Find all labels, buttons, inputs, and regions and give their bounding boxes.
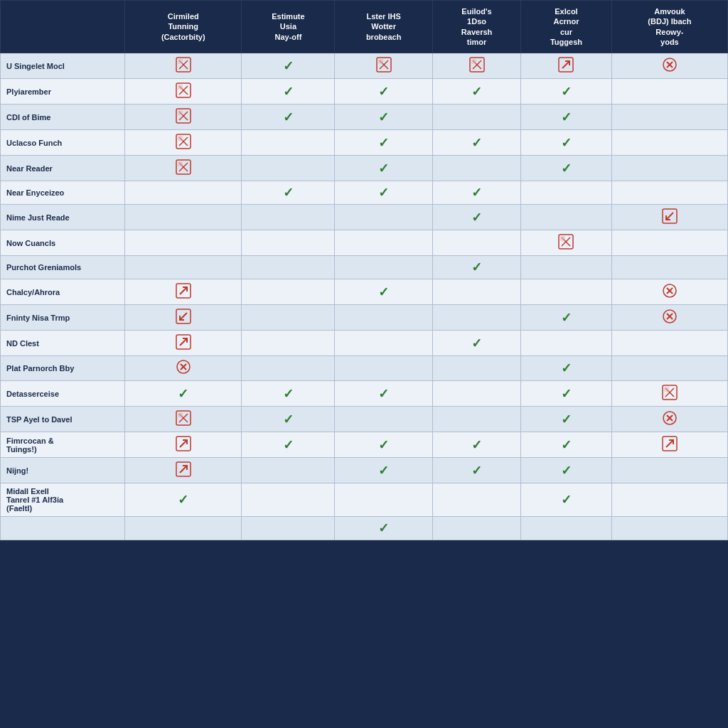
table-row: Midall ExellTanrel #1 Alf3ia(Faeltl)✓✓ xyxy=(1,483,728,517)
cell-8-2 xyxy=(335,256,433,279)
cell-18-1 xyxy=(242,517,335,540)
check-icon: ✓ xyxy=(283,59,294,73)
row-label: Midall ExellTanrel #1 Alf3ia(Faeltl) xyxy=(1,483,125,517)
check-icon: ✓ xyxy=(283,438,294,452)
cell-4-0 xyxy=(125,156,242,181)
row-label: Near Reader xyxy=(1,156,125,181)
check-icon: ✓ xyxy=(178,387,188,401)
cell-12-2 xyxy=(335,356,433,381)
check-icon: ✓ xyxy=(561,110,572,124)
cell-15-5 xyxy=(611,432,727,458)
cell-12-4: ✓ xyxy=(521,356,612,381)
cell-11-5 xyxy=(611,331,727,356)
svg-line-50 xyxy=(180,338,187,346)
cell-3-3: ✓ xyxy=(432,130,520,156)
cell-13-0: ✓ xyxy=(125,381,242,407)
cell-14-2 xyxy=(335,407,433,432)
check-icon: ✓ xyxy=(471,136,482,150)
cell-12-1 xyxy=(242,356,335,381)
x-circle-icon xyxy=(176,364,191,376)
partial-icon xyxy=(176,108,191,126)
cell-17-0: ✓ xyxy=(125,483,242,517)
cell-7-0 xyxy=(125,230,242,256)
table-row: Plat Parnorch Bby ✓ xyxy=(1,356,728,381)
col-header-2: EstimuteUsiaNay-off xyxy=(242,1,335,53)
cell-1-0 xyxy=(125,79,242,105)
cell-6-3: ✓ xyxy=(432,205,520,230)
svg-rect-3 xyxy=(178,59,183,64)
cell-11-0 xyxy=(125,331,242,356)
cell-3-2: ✓ xyxy=(335,130,433,156)
check-icon: ✓ xyxy=(471,186,482,200)
cell-15-0 xyxy=(125,432,242,458)
partial-icon xyxy=(176,134,191,151)
table-row: Plyiarember✓✓✓✓ xyxy=(1,79,728,105)
cell-18-4 xyxy=(521,517,612,540)
cell-0-5 xyxy=(611,53,727,79)
cell-15-4: ✓ xyxy=(521,432,612,458)
table-row: Near Reader✓✓ xyxy=(1,156,728,181)
cell-9-4 xyxy=(521,279,612,305)
cell-6-0 xyxy=(125,205,242,230)
check-icon: ✓ xyxy=(561,136,572,150)
cell-4-4: ✓ xyxy=(521,156,612,181)
check-icon: ✓ xyxy=(471,336,482,350)
row-label: Uclacso Funch xyxy=(1,130,125,156)
cell-4-1 xyxy=(242,156,335,181)
cell-18-3 xyxy=(432,517,520,540)
table-row: Nime Just Reade✓ xyxy=(1,205,728,230)
table-row: TSP Ayel to Davel✓✓ xyxy=(1,407,728,432)
table-row: ✓ xyxy=(1,517,728,540)
cell-14-1: ✓ xyxy=(242,407,335,432)
row-label: Detasserceise xyxy=(1,381,125,407)
svg-line-34 xyxy=(666,213,673,220)
check-icon: ✓ xyxy=(378,521,389,535)
check-icon: ✓ xyxy=(561,361,572,375)
cell-8-0 xyxy=(125,256,242,279)
partial-icon xyxy=(662,385,678,402)
row-label: TSP Ayel to Davel xyxy=(1,407,125,432)
cell-3-4: ✓ xyxy=(521,130,612,156)
cell-3-1 xyxy=(242,130,335,156)
svg-line-70 xyxy=(180,466,187,473)
table-row: ND Clest ✓ xyxy=(1,331,728,356)
cell-10-5 xyxy=(611,305,727,331)
cell-4-2: ✓ xyxy=(335,156,433,181)
check-icon: ✓ xyxy=(378,186,389,200)
cell-18-2: ✓ xyxy=(335,517,433,540)
cell-13-3 xyxy=(432,381,520,407)
svg-rect-32 xyxy=(178,161,183,166)
row-label: Near Enyceizeo xyxy=(1,181,125,205)
cell-13-2: ✓ xyxy=(335,381,433,407)
table-row: Nijng! ✓✓✓ xyxy=(1,458,728,483)
col-header-4: Euilod's1DsoRavershtimor xyxy=(432,1,520,53)
table-row: Near Enyceizeo✓✓✓ xyxy=(1,181,728,205)
x-circle-icon xyxy=(663,415,677,427)
partial-icon xyxy=(176,410,191,428)
partial-icon xyxy=(176,57,191,75)
cell-8-4 xyxy=(521,256,612,279)
cell-5-5 xyxy=(611,181,727,205)
cell-0-4 xyxy=(521,53,612,79)
cell-5-3: ✓ xyxy=(432,181,520,205)
cell-6-1 xyxy=(242,205,335,230)
check-icon: ✓ xyxy=(471,464,482,478)
cell-16-3: ✓ xyxy=(432,458,520,483)
cell-5-1: ✓ xyxy=(242,181,335,205)
cell-18-5 xyxy=(611,517,727,540)
check-icon: ✓ xyxy=(561,493,572,507)
check-icon: ✓ xyxy=(378,285,389,299)
table-row: U Singelet Mocl✓ xyxy=(1,53,728,79)
comparison-table: CirmiledTunning(Cactorbity) EstimuteUsia… xyxy=(0,0,728,540)
row-label: CDI of Bime xyxy=(1,105,125,130)
table-row: Chalcy/Ahrora ✓ xyxy=(1,279,728,305)
check-icon: ✓ xyxy=(283,110,294,124)
row-label: Purchot Greniamols xyxy=(1,256,125,279)
cell-6-4 xyxy=(521,205,612,230)
row-label: Plat Parnorch Bby xyxy=(1,356,125,381)
cell-17-4: ✓ xyxy=(521,483,612,517)
check-icon: ✓ xyxy=(378,464,389,478)
cell-17-2 xyxy=(335,483,433,517)
row-label: Nijng! xyxy=(1,458,125,483)
cell-1-1: ✓ xyxy=(242,79,335,105)
